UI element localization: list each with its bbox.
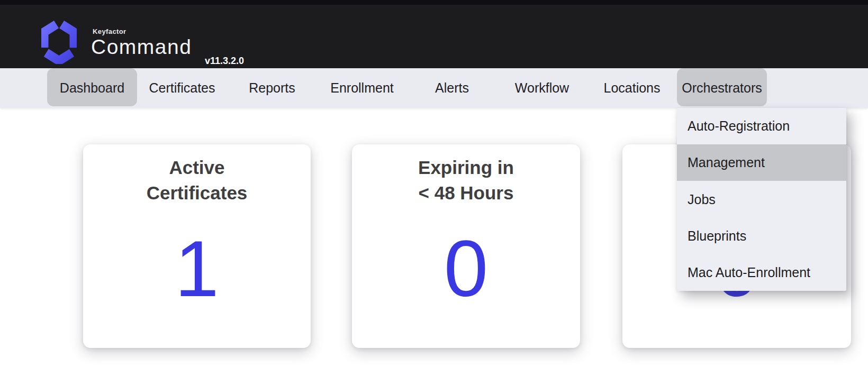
window-top-strip <box>0 0 868 5</box>
menu-item-blueprints[interactable]: Blueprints <box>677 218 846 254</box>
brand-keyfactor-label: Keyfactor <box>93 28 126 35</box>
nav-item-alerts[interactable]: Alerts <box>407 68 497 108</box>
card-title: Active Certificates <box>83 144 311 206</box>
nav-item-enrollment[interactable]: Enrollment <box>317 68 407 108</box>
stat-card-active-certificates[interactable]: Active Certificates 1 <box>83 144 311 348</box>
stat-card-expiring-48-hours[interactable]: Expiring in < 48 Hours 0 <box>352 144 580 348</box>
page: Keyfactor Command v11.3.2.0 Dashboard Ce… <box>0 0 868 367</box>
card-value: 0 <box>352 229 580 308</box>
card-value: 1 <box>83 229 311 308</box>
nav-item-reports[interactable]: Reports <box>227 68 317 108</box>
nav-item-certificates[interactable]: Certificates <box>137 68 227 108</box>
menu-item-management[interactable]: Management <box>677 144 846 181</box>
nav-item-locations[interactable]: Locations <box>587 68 677 108</box>
version-label: v11.3.2.0 <box>205 56 244 66</box>
keyfactor-brand-home-link[interactable]: Keyfactor Command v11.3.2.0 <box>37 10 259 68</box>
nav-item-orchestrators[interactable]: Orchestrators <box>677 68 767 108</box>
orchestrators-menu: Auto-Registration Management Jobs Bluepr… <box>677 108 846 291</box>
main-navbar: Dashboard Certificates Reports Enrollmen… <box>0 68 868 108</box>
brand-command-label: Command <box>91 36 192 57</box>
nav-item-workflow[interactable]: Workflow <box>497 68 587 108</box>
card-title: Expiring in < 48 Hours <box>352 144 580 206</box>
menu-item-jobs[interactable]: Jobs <box>677 181 846 217</box>
keyfactor-logo-icon <box>41 20 77 64</box>
menu-item-auto-registration[interactable]: Auto-Registration <box>677 108 846 144</box>
menu-item-mac-auto-enrollment[interactable]: Mac Auto-Enrollment <box>677 254 846 291</box>
nav-item-dashboard[interactable]: Dashboard <box>47 68 137 108</box>
app-header: Keyfactor Command v11.3.2.0 <box>0 5 868 68</box>
